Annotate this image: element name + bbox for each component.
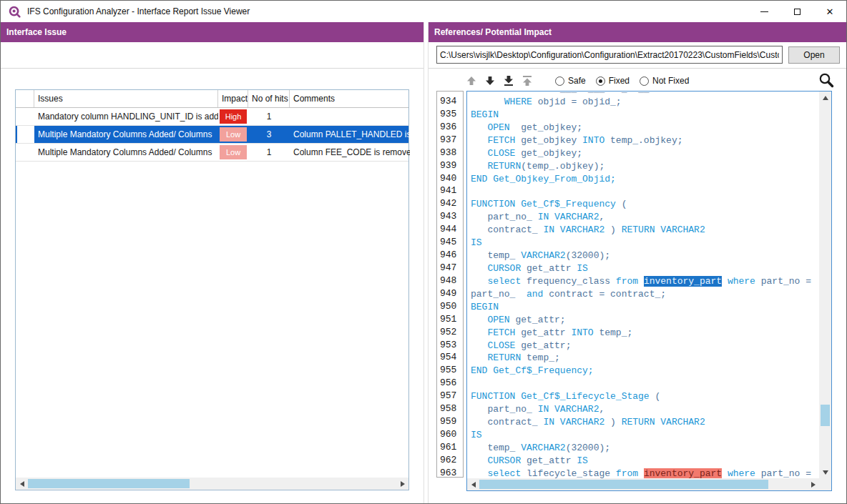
scroll-right-icon (811, 482, 816, 488)
radio-circle (640, 76, 649, 86)
scroll-down-button[interactable] (819, 466, 831, 478)
code-line: temp_ VARCHAR2(32000); (471, 249, 819, 262)
window-title: IFS Configuration Analyzer - Interface R… (27, 6, 250, 16)
line-number: 944 (440, 223, 463, 236)
line-number: 960 (440, 428, 463, 441)
row-selector-cell[interactable] (16, 108, 34, 125)
issues-table: IssuesImpactNo of hitsComments Mandatory… (15, 89, 409, 490)
code-line: temp_ VARCHAR2(32000); (471, 442, 819, 455)
radio-safe[interactable]: Safe (555, 76, 586, 86)
scroll-right-button[interactable] (396, 478, 408, 490)
impact-cell: High (218, 108, 248, 125)
scrollbar-thumb[interactable] (479, 480, 768, 489)
line-number: 963 (440, 467, 463, 478)
code-horizontal-scrollbar[interactable] (467, 478, 819, 490)
search-icon (818, 71, 835, 89)
radio-label: Safe (568, 76, 586, 86)
code-line: BEGIN (471, 109, 819, 122)
code-line: WHERE objid = objid_; (471, 96, 819, 109)
hits-cell: 1 (248, 144, 290, 161)
radio-not-fixed[interactable]: Not Fixed (640, 76, 689, 86)
scroll-right-button[interactable] (807, 478, 819, 490)
line-number: 957 (440, 390, 463, 402)
minimize-button[interactable] (748, 1, 780, 22)
column-header-comments: Comments (290, 90, 410, 107)
radio-fixed[interactable]: Fixed (596, 76, 630, 86)
impact-badge: Low (220, 127, 247, 142)
issue-cell: Multiple Mandatory Columns Added/ Column… (34, 144, 218, 161)
open-button[interactable]: Open (788, 46, 840, 64)
scrollbar-corner (819, 478, 831, 490)
title-bar: IFS Configuration Analyzer - Interface R… (1, 1, 846, 22)
hits-cell: 1 (248, 108, 290, 125)
divider (429, 68, 846, 69)
line-number: 949 (440, 287, 463, 300)
impact-cell: Low (218, 126, 248, 143)
move-last-button[interactable] (499, 74, 518, 88)
divider (1, 68, 424, 69)
code-line: CLOSE get_objkey; (471, 147, 819, 160)
scroll-left-button[interactable] (16, 478, 28, 490)
code-line: CURSOR get_attr IS (471, 455, 819, 468)
scrollbar-thumb[interactable] (28, 479, 190, 488)
impact-cell: Low (218, 144, 248, 161)
impact-badge: Low (220, 145, 247, 159)
line-number: 962 (440, 454, 463, 467)
app-window: IFS Configuration Analyzer - Interface R… (0, 0, 847, 504)
table-row[interactable]: Mandatory column HANDLING_UNIT_ID is add… (16, 108, 408, 126)
references-panel: References/ Potential Impact Open SafeFi… (428, 22, 846, 503)
window-body: Interface Issue IssuesImpactNo of hitsCo… (1, 22, 846, 503)
table-row[interactable]: Multiple Mandatory Columns Added/ Column… (16, 126, 408, 144)
code-line (471, 377, 819, 390)
scrollbar-thumb[interactable] (821, 405, 830, 426)
comments-cell (290, 108, 410, 125)
code-line: select frequency_class from inventory_pa… (471, 275, 819, 288)
line-number: 947 (440, 262, 463, 275)
interface-issue-panel: Interface Issue IssuesImpactNo of hitsCo… (1, 22, 424, 503)
code-line: BEGIN (471, 301, 819, 314)
line-number: 941 (440, 184, 463, 197)
code-line: IS (471, 429, 819, 442)
line-number: 959 (440, 415, 463, 428)
line-number: 945 (440, 236, 463, 249)
scroll-left-icon (20, 481, 24, 487)
code-line: FUNCTION Get_Cf$_Frequency ( (471, 198, 819, 211)
move-first-button (518, 74, 537, 88)
code-line: part_no_ IN VARCHAR2, (471, 211, 819, 224)
row-selector-cell[interactable] (16, 126, 34, 143)
comments-cell: Column FEE_CODE is removed from (290, 144, 410, 161)
code-line: contract_ IN VARCHAR2 ) RETURN VARCHAR2 (471, 224, 819, 237)
issue-cell: Mandatory column HANDLING_UNIT_ID is add… (34, 108, 218, 125)
table-row[interactable]: Multiple Mandatory Columns Added/ Column… (16, 144, 408, 162)
scroll-down-icon (823, 470, 828, 475)
file-path-row: Open (429, 42, 846, 68)
row-selector-cell[interactable] (16, 144, 34, 161)
issues-horizontal-scrollbar[interactable] (16, 478, 408, 490)
close-button[interactable]: ✕ (813, 1, 846, 22)
window-controls: ✕ (748, 1, 846, 22)
column-header-no-of-hits: No of hits (248, 90, 290, 107)
code-viewer[interactable]: ___ ___ _ __ WHERE objid = objid_;BEGIN … (466, 91, 832, 491)
move-up-button (462, 74, 481, 88)
line-number: 948 (440, 275, 463, 287)
search-button[interactable] (818, 71, 835, 89)
scroll-left-button[interactable] (467, 478, 479, 490)
scroll-up-button[interactable] (819, 92, 831, 104)
code-line: OPEN get_objkey; (471, 122, 819, 134)
radio-label: Fixed (609, 76, 630, 86)
move-first-icon (522, 75, 533, 87)
code-vertical-scrollbar[interactable] (819, 92, 831, 478)
code-line: IS (471, 237, 819, 249)
maximize-button[interactable] (780, 1, 813, 22)
line-number: 954 (440, 351, 463, 364)
line-number: 939 (440, 159, 463, 172)
line-number: 956 (440, 377, 463, 390)
fix-status-radio-group: SafeFixedNot Fixed (555, 76, 689, 86)
file-path-input[interactable] (436, 46, 783, 64)
code-line: END Get_Cf$_Frequency; (471, 365, 819, 377)
line-number: 940 (440, 172, 463, 185)
minimize-icon (760, 11, 768, 12)
column-header-impact: Impact (218, 90, 248, 107)
move-down-button[interactable] (481, 74, 499, 88)
scroll-up-icon (823, 96, 828, 100)
